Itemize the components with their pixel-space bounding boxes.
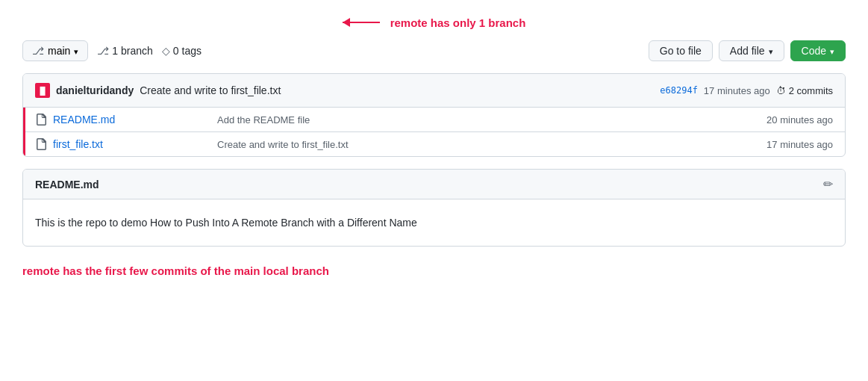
chevron-down-icon-code: [830, 45, 834, 57]
file-message: Add the README file: [217, 114, 766, 126]
branch-count-label: 1 branch: [112, 45, 152, 57]
toolbar: ⎇ main ⎇ 1 branch ◇ 0 tags Go to file Ad…: [22, 40, 846, 61]
go-to-file-button[interactable]: Go to file: [649, 40, 713, 61]
commit-header-left: ▐▌ danielturidandy Create and write to f…: [35, 83, 281, 98]
tag-count[interactable]: ◇ 0 tags: [162, 45, 202, 57]
add-file-button[interactable]: Add file: [719, 40, 784, 61]
commits-link[interactable]: ⏱ 2 commits: [776, 85, 833, 96]
file-time: 20 minutes ago: [766, 114, 833, 126]
annotation-bottom-text: remote has the first few commits of the …: [22, 261, 846, 280]
readme-content: This is the repo to demo How to Push Int…: [35, 214, 833, 231]
branch-count[interactable]: ⎇ 1 branch: [97, 45, 152, 57]
left-bar: [23, 108, 25, 156]
clock-icon: ⏱: [776, 85, 786, 96]
chevron-down-icon: [769, 45, 773, 57]
table-row: README.md Add the README file 20 minutes…: [23, 108, 845, 132]
table-row: first_file.txt Create and write to first…: [23, 132, 845, 156]
file-section: README.md Add the README file 20 minutes…: [23, 108, 845, 156]
commit-header: ▐▌ danielturidandy Create and write to f…: [23, 74, 845, 108]
readme-header: README.md ✏: [23, 170, 845, 199]
annotation-top-callout: remote has only 1 branch: [22, 15, 846, 30]
commits-count: 2 commits: [789, 85, 833, 96]
commit-author[interactable]: danielturidandy: [56, 84, 134, 96]
readme-body: This is the repo to demo How to Push Int…: [23, 199, 845, 246]
tag-icon: ◇: [162, 45, 170, 57]
toolbar-left: ⎇ main ⎇ 1 branch ◇ 0 tags: [22, 40, 202, 61]
edit-icon[interactable]: ✏: [823, 177, 833, 191]
branch-icon: ⎇: [32, 45, 44, 57]
readme-box: README.md ✏ This is the repo to demo How…: [22, 169, 846, 247]
add-file-label: Add file: [730, 45, 765, 57]
avatar: ▐▌: [35, 83, 50, 98]
file-time: 17 minutes ago: [766, 139, 833, 150]
commit-header-right: e68294f 17 minutes ago ⏱ 2 commits: [660, 85, 833, 96]
chevron-down-icon: [74, 45, 78, 57]
branch-name: main: [48, 45, 70, 57]
toolbar-right: Go to file Add file Code: [649, 40, 846, 61]
repo-box: ▐▌ danielturidandy Create and write to f…: [22, 73, 846, 157]
code-label: Code: [802, 45, 826, 57]
branch-selector[interactable]: ⎇ main: [22, 40, 88, 61]
file-message: Create and write to first_file.txt: [217, 139, 766, 150]
go-to-file-label: Go to file: [660, 45, 702, 57]
file-icon: [35, 114, 47, 126]
file-name[interactable]: README.md: [53, 114, 217, 126]
file-name[interactable]: first_file.txt: [53, 138, 217, 150]
tag-count-label: 0 tags: [173, 45, 202, 57]
branch-count-icon: ⎇: [97, 45, 109, 57]
readme-title: README.md: [35, 179, 99, 190]
avatar-text: ▐▌: [37, 87, 48, 95]
commit-time: 17 minutes ago: [704, 85, 770, 96]
commit-message: Create and write to first_file.txt: [140, 84, 281, 96]
file-icon: [35, 138, 47, 150]
commit-hash[interactable]: e68294f: [660, 85, 698, 96]
code-button[interactable]: Code: [790, 40, 846, 61]
annotation-top-text: remote has only 1 branch: [390, 16, 526, 29]
arrow-icon: [343, 15, 387, 30]
